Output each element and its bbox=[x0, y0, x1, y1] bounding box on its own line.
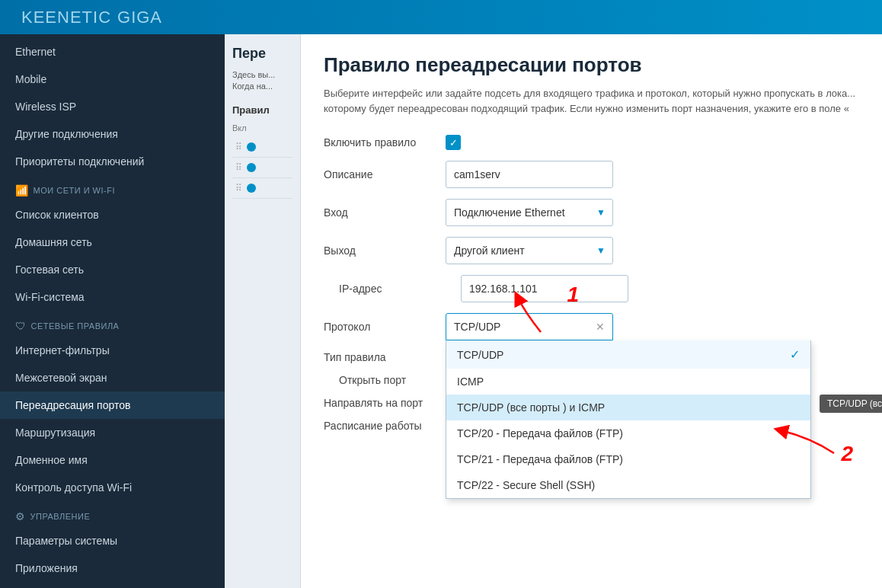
protocol-dropdown: TCP/UDP ✓ ICMP TCP/UDP (все порты ) и IC… bbox=[446, 340, 811, 499]
sidebar-item-firewall[interactable]: Межсетевой экран bbox=[0, 364, 225, 391]
rule-row: ⠿ bbox=[232, 137, 292, 158]
rule-dot bbox=[247, 142, 256, 152]
sidebar-item-domain-name[interactable]: Доменное имя bbox=[0, 446, 225, 474]
sidebar-item-wifi-system[interactable]: Wi-Fi-система bbox=[0, 283, 225, 311]
ip-row: IP-адрес bbox=[324, 275, 859, 302]
description-label: Описание bbox=[324, 168, 446, 181]
dropdown-item-tcp-22[interactable]: TCP/22 - Secure Shell (SSH) bbox=[446, 472, 810, 498]
sidebar-item-port-forwarding[interactable]: Переадресация портов bbox=[0, 391, 225, 419]
sidebar-item-client-list[interactable]: Список клиентов bbox=[0, 201, 225, 228]
protocol-row: Протокол TCP/UDP ✕ TCP/UDP ✓ ICMP bbox=[324, 313, 859, 340]
ip-input[interactable] bbox=[461, 275, 628, 302]
output-row: Выход Другой клиент ▼ bbox=[324, 237, 859, 264]
middle-panel-desc: Здесь вы... Когда на... bbox=[232, 69, 292, 93]
shield-icon: 🛡 bbox=[15, 320, 27, 332]
logo: KEENETICGIGA bbox=[15, 8, 162, 27]
sidebar-item-ethernet[interactable]: Ethernet bbox=[0, 38, 225, 66]
schedule-label: Расписание работы bbox=[324, 420, 446, 432]
close-icon[interactable]: ✕ bbox=[596, 321, 605, 333]
rule-dot bbox=[247, 163, 256, 172]
forward-port-label: Направлять на порт bbox=[324, 397, 446, 409]
enable-rule-label: Включить правило bbox=[324, 136, 446, 149]
rule-dot bbox=[247, 184, 256, 193]
sidebar-item-home-network[interactable]: Домашняя сеть bbox=[0, 228, 225, 256]
col-enable-label: Вкл bbox=[232, 123, 292, 133]
drag-handle-icon: ⠿ bbox=[235, 162, 242, 173]
sidebar-section-my-networks: 📶 МОИ СЕТИ И WI-FI bbox=[0, 175, 225, 201]
dropdown-item-tcp-udp-icmp[interactable]: TCP/UDP (все порты ) и ICMP TCP/UDP (все… bbox=[446, 395, 810, 420]
wifi-icon: 📶 bbox=[15, 184, 29, 197]
logo-sub: GIGA bbox=[117, 8, 162, 27]
middle-panel-section: Правил bbox=[232, 104, 292, 116]
sidebar-item-guest-network[interactable]: Гостевая сеть bbox=[0, 256, 225, 283]
form-title: Правило переадресации портов bbox=[324, 53, 859, 77]
sidebar-section-management: ⚙ УПРАВЛЕНИЕ bbox=[0, 501, 225, 527]
description-row: Описание bbox=[324, 161, 859, 188]
right-panel: Правило переадресации портов Выберите ин… bbox=[301, 34, 882, 588]
input-select[interactable]: Подключение Ethernet bbox=[446, 199, 613, 226]
sidebar-item-system-params[interactable]: Параметры системы bbox=[0, 527, 225, 554]
rule-type-label: Тип правила bbox=[324, 351, 446, 363]
sidebar: Ethernet Mobile Wireless ISP Другие подк… bbox=[0, 34, 225, 588]
ip-label: IP-адрес bbox=[339, 283, 461, 295]
description-input[interactable] bbox=[446, 161, 613, 188]
protocol-select-container: TCP/UDP ✕ TCP/UDP ✓ ICMP TCP/UDP ( bbox=[446, 313, 613, 340]
form-description: Выберите интерфейс или задайте подсеть д… bbox=[324, 86, 857, 116]
middle-panel: Пере Здесь вы... Когда на... Правил Вкл … bbox=[225, 34, 301, 588]
input-row: Вход Подключение Ethernet ▼ bbox=[324, 199, 859, 226]
gear-icon: ⚙ bbox=[15, 510, 26, 522]
middle-panel-title: Пере bbox=[232, 46, 292, 62]
open-port-label: Открыть порт bbox=[339, 374, 461, 386]
enable-rule-row: Включить правило ✓ bbox=[324, 135, 859, 150]
protocol-label: Протокол bbox=[324, 321, 446, 333]
sidebar-item-wifi-access-control[interactable]: Контроль доступа Wi-Fi bbox=[0, 474, 225, 501]
sidebar-item-connection-priorities[interactable]: Приоритеты подключений bbox=[0, 148, 225, 175]
dropdown-item-icmp[interactable]: ICMP bbox=[446, 369, 810, 395]
sidebar-item-internet-filters[interactable]: Интернет-фильтры bbox=[0, 337, 225, 364]
dropdown-item-tcp-udp[interactable]: TCP/UDP ✓ bbox=[446, 340, 810, 369]
dropdown-item-tcp-21[interactable]: TCP/21 - Передача файлов (FTP) bbox=[446, 446, 810, 472]
sidebar-item-mobile[interactable]: Mobile bbox=[0, 66, 225, 93]
protocol-select[interactable]: TCP/UDP ✕ bbox=[446, 313, 613, 340]
protocol-tooltip: TCP/UDP (все порты ) и ICMP bbox=[820, 395, 882, 413]
app-header: KEENETICGIGA bbox=[0, 0, 882, 34]
output-select[interactable]: Другой клиент bbox=[446, 237, 613, 264]
check-icon: ✓ bbox=[790, 347, 800, 362]
logo-main: KEENETIC bbox=[21, 8, 111, 27]
output-select-wrapper: Другой клиент ▼ bbox=[446, 237, 613, 264]
output-label: Выход bbox=[324, 244, 446, 257]
sidebar-section-network-rules: 🛡 СЕТЕВЫЕ ПРАВИЛА bbox=[0, 311, 225, 337]
rule-row: ⠿ bbox=[232, 158, 292, 178]
enable-rule-checkbox[interactable]: ✓ bbox=[446, 135, 461, 150]
input-label: Вход bbox=[324, 206, 446, 219]
input-select-wrapper: Подключение Ethernet ▼ bbox=[446, 199, 613, 226]
sidebar-item-routing[interactable]: Маршрутизация bbox=[0, 419, 225, 446]
drag-handle-icon: ⠿ bbox=[235, 142, 242, 152]
sidebar-item-other-connections[interactable]: Другие подключения bbox=[0, 120, 225, 148]
rule-row: ⠿ bbox=[232, 178, 292, 199]
sidebar-item-apps[interactable]: Приложения bbox=[0, 554, 225, 582]
dropdown-item-tcp-20[interactable]: TCP/20 - Передача файлов (FTP) bbox=[446, 420, 810, 446]
sidebar-item-wireless-isp[interactable]: Wireless ISP bbox=[0, 93, 225, 120]
drag-handle-icon: ⠿ bbox=[235, 183, 242, 193]
